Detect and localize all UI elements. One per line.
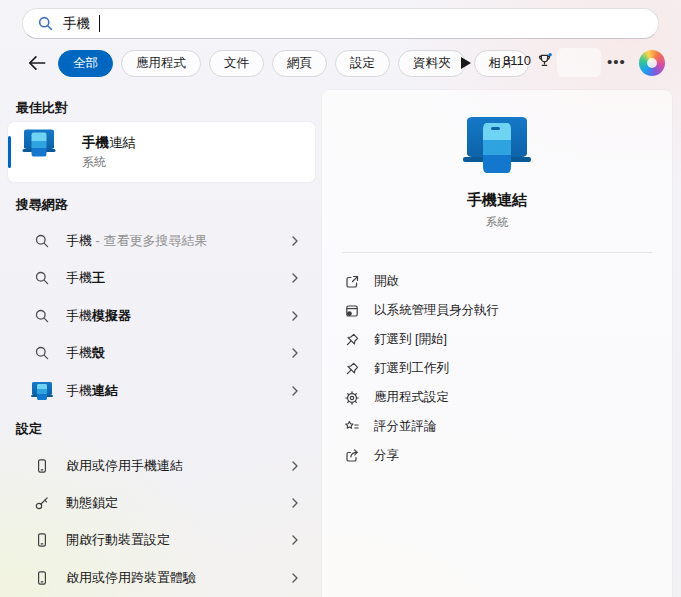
web-suggestion-row[interactable]: 手機殼 (8, 334, 315, 371)
more-options-button[interactable]: ••• (603, 49, 630, 74)
rewards-trophy-icon (536, 52, 553, 69)
action-pin-to-taskbar[interactable]: 釘選到工作列 (332, 354, 662, 383)
text-caret (99, 15, 100, 32)
settings-result-row[interactable]: 啟用或停用跨裝置體驗 (8, 559, 315, 596)
web-suggestion-row[interactable]: 手機模擬器 (8, 297, 315, 334)
web-suggestion-row[interactable]: 手機王 (8, 259, 315, 296)
action-run-as-admin[interactable]: 以系統管理員身分執行 (332, 296, 662, 325)
chevron-right-icon[interactable] (288, 384, 302, 398)
admin-window-icon (344, 303, 360, 319)
search-icon (34, 345, 50, 361)
chevron-right-icon[interactable] (288, 234, 302, 248)
filter-chip-folders[interactable]: 資料夾 (398, 50, 466, 77)
chevron-right-icon[interactable] (288, 496, 302, 510)
phone-link-app-icon (24, 128, 72, 176)
section-header-settings: 設定 (16, 420, 42, 438)
chevron-right-icon[interactable] (288, 459, 302, 473)
filter-chip-all[interactable]: 全部 (58, 50, 113, 77)
chevron-right-icon[interactable] (288, 309, 302, 323)
more-filters-arrow-icon[interactable] (461, 57, 471, 69)
search-query-text: 手機 (63, 15, 90, 33)
chevron-right-icon[interactable] (288, 533, 302, 547)
gear-icon (344, 390, 360, 406)
search-icon (37, 15, 54, 32)
filter-chip-apps[interactable]: 應用程式 (121, 50, 201, 77)
pin-icon (344, 332, 360, 348)
filter-bar: 全部 應用程式 文件 網頁 設定 資料夾 相片 3110 ••• (0, 48, 681, 78)
divider (342, 252, 652, 253)
search-input[interactable]: 手機 (22, 8, 659, 39)
chevron-right-icon[interactable] (288, 346, 302, 360)
key-icon (34, 495, 50, 511)
toolbar-hover-highlight (557, 48, 601, 77)
rewards-points: 3110 (503, 53, 531, 68)
phone-link-app-icon (465, 115, 529, 175)
phone-icon (34, 570, 50, 586)
filter-chip-documents[interactable]: 文件 (209, 50, 264, 77)
action-share[interactable]: 分享 (332, 441, 662, 470)
filter-chip-settings[interactable]: 設定 (335, 50, 390, 77)
phone-link-app-icon (32, 381, 52, 401)
open-icon (344, 274, 360, 290)
rate-star-icon (344, 419, 360, 435)
preview-title: 手機連結 (322, 191, 672, 210)
best-match-result[interactable]: 手機連結 系統 (8, 122, 315, 182)
app-result-row[interactable]: 手機連結 (8, 372, 315, 409)
filter-chips: 全部 應用程式 文件 網頁 設定 資料夾 相片 (58, 48, 529, 78)
chevron-right-icon[interactable] (288, 571, 302, 585)
preview-panel: 手機連結 系統 開啟 以系統管理員身分執行 釘選到 [開始] 釘選到工作 (322, 90, 672, 597)
action-app-settings[interactable]: 應用程式設定 (332, 383, 662, 412)
web-suggestion-row[interactable]: 手機 - 查看更多搜尋結果 (8, 222, 315, 259)
best-match-text: 手機連結 系統 (82, 134, 136, 171)
section-header-web: 搜尋網路 (16, 196, 68, 214)
rewards-button[interactable]: 3110 (503, 52, 553, 69)
action-pin-to-start[interactable]: 釘選到 [開始] (332, 325, 662, 354)
settings-result-row[interactable]: 開啟行動裝置設定 (8, 521, 315, 558)
preview-subtitle: 系統 (322, 215, 672, 230)
settings-result-row[interactable]: 啟用或停用手機連結 (8, 447, 315, 484)
selection-accent-bar (8, 136, 11, 168)
settings-result-row[interactable]: 動態鎖定 (8, 484, 315, 521)
phone-icon (34, 532, 50, 548)
filter-chip-web[interactable]: 網頁 (272, 50, 327, 77)
phone-icon (34, 458, 50, 474)
back-button[interactable] (26, 53, 48, 73)
search-icon (34, 308, 50, 324)
pin-icon (344, 361, 360, 377)
windows-search-flyout: 手機 全部 應用程式 文件 網頁 設定 資料夾 相片 3110 (0, 0, 681, 597)
search-icon (34, 270, 50, 286)
share-icon (344, 448, 360, 464)
chevron-right-icon[interactable] (288, 271, 302, 285)
best-match-subtitle: 系統 (82, 154, 136, 171)
action-open[interactable]: 開啟 (332, 267, 662, 296)
section-header-best-match: 最佳比對 (16, 99, 68, 117)
action-rate-and-review[interactable]: 評分並評論 (332, 412, 662, 441)
search-icon (34, 233, 50, 249)
copilot-icon[interactable] (639, 50, 665, 76)
